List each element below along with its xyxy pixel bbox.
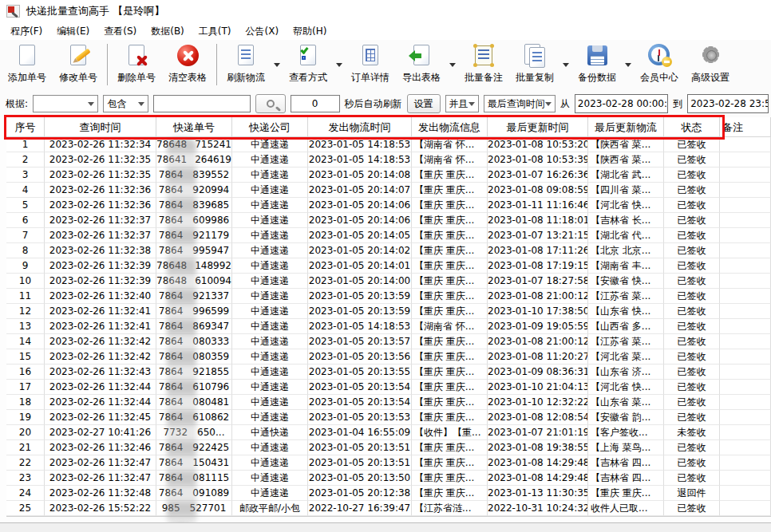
cell-update-time: 2023-01-10 17:38:50 [488, 304, 588, 319]
cell-index: 25 [6, 501, 45, 516]
backup-data-dropdown[interactable] [623, 42, 634, 87]
cell-status: 已签收 [664, 228, 720, 243]
col-header-update-info[interactable]: 最后更新物流 [588, 117, 664, 137]
table-row[interactable]: 25 2023-02-26 15:52:22 985527701 邮政平邮/小包… [6, 501, 771, 516]
col-header-remark[interactable]: 备注 [720, 117, 771, 137]
settings-button[interactable]: 设置 [407, 94, 441, 113]
cell-update-info: 【重庆 重庆... [588, 486, 664, 501]
col-header-company[interactable]: 快递公司 [232, 117, 308, 137]
cell-update-time: 2023-01-08 17:19:15 [488, 258, 588, 274]
auto-refresh-seconds-input[interactable] [291, 95, 340, 112]
table-row[interactable]: 19 2023-02-26 11:32:45 7864610862 中通速递 2… [6, 410, 771, 425]
col-header-tracking-no[interactable]: 快递单号 [156, 117, 232, 137]
table-row[interactable]: 16 2023-02-26 11:32:43 7864921855 中通速递 2… [6, 365, 771, 380]
table-row[interactable]: 23 2023-02-26 11:32:47 7864081115 中通速递 2… [6, 471, 771, 486]
cell-query-time: 2023-02-26 11:32:37 [45, 213, 156, 228]
menu-program[interactable]: 程序(F) [3, 23, 49, 40]
table-row[interactable]: 5 2023-02-26 11:32:36 7864839685 中通速递 20… [6, 198, 771, 213]
refresh-logistics-button[interactable]: 刷新物流 [220, 42, 271, 87]
table-row[interactable]: 13 2023-02-26 11:32:41 7864869347 中通速递 2… [6, 319, 771, 334]
time-field-select[interactable]: 最后查询时间 [484, 95, 556, 112]
add-order-button[interactable]: 添加单号 [2, 42, 53, 87]
table-row[interactable]: 6 2023-02-26 11:32:37 7864609986 中通速递 20… [6, 213, 771, 228]
search-button[interactable] [255, 94, 286, 113]
and-or-select[interactable]: 并且 [445, 95, 479, 112]
batch-copy-dropdown[interactable] [560, 42, 571, 87]
backup-data-button[interactable]: 备份数据 [571, 42, 623, 87]
table-row[interactable]: 20 2023-02-27 10:41:26 7732650... 中通快递 2… [6, 425, 771, 440]
cell-index: 4 [6, 183, 45, 198]
operator-select[interactable]: 包含 [103, 95, 148, 112]
view-mode-dropdown[interactable] [334, 42, 345, 87]
cell-status: 已签收 [664, 137, 720, 152]
cell-update-info: 【湖南省 丰... [588, 258, 664, 274]
export-table-dropdown[interactable] [447, 42, 458, 87]
menu-data[interactable]: 数据(B) [144, 23, 192, 40]
search-input[interactable] [153, 95, 251, 112]
export-table-icon [408, 42, 435, 69]
member-center-button[interactable]: 会员中心 [634, 42, 685, 87]
menu-view[interactable]: 查看(S) [97, 23, 144, 40]
cell-status: 已签收 [664, 440, 720, 455]
table-row[interactable]: 17 2023-02-26 11:32:44 7864610796 中通速递 2… [6, 380, 771, 395]
menu-help[interactable]: 帮助(H) [286, 23, 334, 40]
cell-index: 22 [6, 455, 45, 471]
cell-company: 中通速递 [232, 137, 308, 152]
col-header-sent-info[interactable]: 发出物流信息 [412, 117, 488, 137]
table-row[interactable]: 7 2023-02-26 11:32:37 7864921179 中通速递 20… [6, 228, 771, 243]
menu-tools[interactable]: 工具(T) [192, 23, 239, 40]
batch-copy-button[interactable]: 批量复制 [509, 42, 560, 87]
field-select[interactable] [33, 95, 98, 112]
table-row[interactable]: 22 2023-02-26 11:32:47 7864150431 中通速递 2… [6, 455, 771, 471]
refresh-logistics-dropdown[interactable] [271, 42, 283, 87]
cell-index: 9 [6, 258, 45, 274]
search-icon [267, 100, 275, 108]
cell-company: 中通速递 [232, 289, 308, 304]
table-row[interactable]: 10 2023-02-26 11:32:39 78648610094 中通速递 … [6, 274, 771, 289]
menu-edit[interactable]: 编辑(E) [49, 23, 97, 40]
table-row[interactable]: 3 2023-02-26 11:32:35 7864839552 中通速递 20… [6, 167, 771, 183]
col-header-query-time[interactable]: 查询时间 [45, 117, 156, 137]
col-header-index[interactable]: 序号 [6, 117, 45, 137]
batch-remark-button[interactable]: 批量备注 [458, 42, 509, 87]
col-header-update-time[interactable]: 最后更新时间 [488, 117, 588, 137]
table-row[interactable]: 18 2023-02-26 11:32:44 7864080481 中通速递 2… [6, 395, 771, 410]
table-row[interactable]: 1 2023-02-26 11:32:34 78648715241 中通速递 2… [6, 137, 771, 152]
table-row[interactable]: 8 2023-02-26 11:32:38 7864995947 中通速递 20… [6, 243, 771, 258]
table-row[interactable]: 15 2023-02-26 11:32:42 7864080359 中通速递 2… [6, 349, 771, 365]
table-row[interactable]: 9 2023-02-26 11:32:39 78648148992 中通速递 2… [6, 258, 771, 274]
from-datetime-picker[interactable]: 2023-02-28 00:00:00 [575, 94, 668, 113]
delete-order-button[interactable]: 删除单号 [111, 42, 162, 87]
table-row[interactable]: 2 2023-02-26 11:32:35 78641264619 中通速递 2… [6, 152, 771, 167]
cell-sent-time: 2023-01-05 14:18:53 [308, 152, 412, 167]
cell-index: 13 [6, 319, 45, 334]
export-table-button[interactable]: 导出表格 [396, 42, 447, 87]
view-mode-button[interactable]: 查看方式 [283, 42, 334, 87]
cell-status: 已签收 [664, 289, 720, 304]
table-row[interactable]: 12 2023-02-26 11:32:41 7864996599 中通速递 2… [6, 304, 771, 319]
cell-remark [720, 440, 771, 455]
cell-update-time: 2023-01-08 12:08:54 [488, 410, 588, 425]
col-header-sent-time[interactable]: 发出物流时间 [308, 117, 412, 137]
cell-index: 7 [6, 228, 45, 243]
cell-update-info: 【上海 菜鸟... [588, 440, 664, 455]
cell-status: 已签收 [664, 334, 720, 349]
table-row[interactable]: 4 2023-02-26 11:32:36 7864920994 中通速递 20… [6, 183, 771, 198]
chevron-down-icon [469, 102, 475, 106]
to-datetime-picker[interactable]: 2023-02-28 23:59:59 [687, 94, 769, 113]
order-details-button[interactable]: 订单详情 [345, 42, 396, 87]
table-row[interactable]: 24 2023-02-26 11:32:48 7864091089 中通速递 2… [6, 486, 771, 501]
table-row[interactable]: 11 2023-02-26 11:32:40 7864921337 中通速递 2… [6, 289, 771, 304]
clear-table-button[interactable]: 清空表格 [162, 42, 213, 87]
edit-order-button[interactable]: 修改单号 [53, 42, 104, 87]
cell-index: 20 [6, 425, 45, 440]
cell-update-time: 2023-01-08 11:18:01 [488, 213, 588, 228]
table-row[interactable]: 21 2023-02-26 11:32:46 7864922425 中通速递 2… [6, 440, 771, 455]
table-row[interactable]: 14 2023-02-26 11:32:42 7864080333 中通速递 2… [6, 334, 771, 349]
advanced-settings-button[interactable]: 高级设置 [685, 42, 736, 87]
menu-announcement[interactable]: 公告(X) [239, 23, 287, 40]
cell-query-time: 2023-02-26 11:32:44 [45, 380, 156, 395]
cell-update-info: 【安徽省 韵... [588, 410, 664, 425]
col-header-status[interactable]: 状态 [664, 117, 720, 137]
cell-sent-info: 【湖南省 怀... [412, 319, 488, 334]
